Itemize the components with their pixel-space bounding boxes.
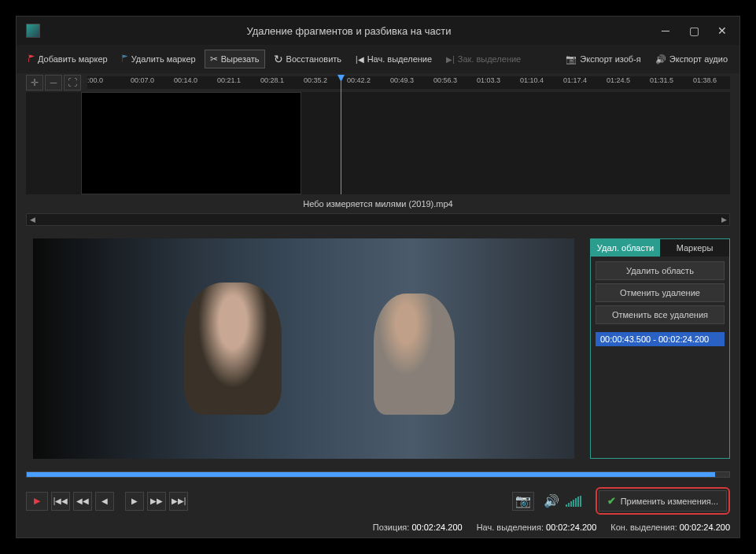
minimize-button[interactable]: ─ [658,23,673,39]
apply-changes-button[interactable]: ✔ Применить изменения... [599,490,727,512]
step-forward-button[interactable]: ▶ [125,492,144,511]
timeline-controls: ✛ ─ ⛶ :00.0 00:07.0 00:14.0 00:21.1 00:2… [17,73,739,92]
restore-icon [274,53,283,65]
tab-markers[interactable]: Маркеры [660,239,729,257]
timeline-ruler[interactable]: :00.0 00:07.0 00:14.0 00:21.1 00:28.1 00… [87,76,730,89]
selection-start-button[interactable]: Нач. выделение [350,50,437,68]
flag-blue-icon [122,54,128,64]
scissors-icon [210,54,218,65]
tab-deleted-regions[interactable]: Удал. области [591,239,660,257]
timeline-track[interactable] [26,92,730,194]
export-image-button[interactable]: Экспорт изоб-я [560,50,647,68]
close-button[interactable]: ✕ [714,23,730,39]
status-sel-end: Кон. выделения: 00:02:24.200 [610,523,730,532]
zoom-out-button[interactable]: ─ [45,75,62,90]
status-sel-start: Нач. выделения: 00:02:24.200 [477,523,597,532]
add-marker-button[interactable]: Добавить маркер [23,50,113,68]
video-preview [33,238,574,459]
restore-button[interactable]: Восстановить [268,49,347,69]
rewind-button[interactable]: ◀◀ [73,492,92,511]
app-icon [26,24,40,38]
selection-end-button[interactable]: Зак. выделение [441,50,526,68]
region-item[interactable]: 00:00:43.500 - 00:02:24.200 [596,332,725,346]
delete-region-button[interactable]: Удалить область [596,261,725,280]
selection-start-icon [356,54,364,64]
selection-end-icon [446,54,455,64]
timeline-scrollbar[interactable]: ◀ ▶ [26,213,730,226]
export-audio-icon [655,54,666,65]
app-window: Удаление фрагментов и разбивка на части … [16,16,740,538]
undo-all-button[interactable]: Отменить все удаления [596,305,725,324]
check-icon: ✔ [607,495,616,507]
snapshot-button[interactable]: 📷 [512,492,534,511]
undo-delete-button[interactable]: Отменить удаление [596,283,725,302]
zoom-fit-button[interactable]: ⛶ [64,75,81,90]
export-image-icon [566,54,577,65]
video-clip[interactable] [81,92,301,194]
status-bar: Позиция: 00:02:24.200 Нач. выделения: 00… [17,518,739,538]
playhead[interactable] [341,79,341,194]
flag-red-icon [28,54,35,64]
side-panel: Удал. области Маркеры Удалить область От… [590,238,730,459]
cut-button[interactable]: Вырезать [205,50,265,68]
maximize-button[interactable]: ▢ [686,23,702,39]
apply-highlight: ✔ Применить изменения... [596,487,730,515]
scroll-right-icon[interactable]: ▶ [718,214,729,225]
play-button[interactable]: ▶ [26,492,48,511]
region-list: 00:00:43.500 - 00:02:24.200 [591,332,729,346]
status-position: Позиция: 00:02:24.200 [373,523,463,532]
window-title: Удаление фрагментов и разбивка на части [40,25,658,37]
skip-start-button[interactable]: |◀◀ [51,492,70,511]
delete-marker-button[interactable]: Удалить маркер [116,50,201,68]
scroll-left-icon[interactable]: ◀ [27,214,38,225]
title-bar: Удаление фрагментов и разбивка на части … [17,17,739,45]
clip-filename: Небо измеряется милями (2019).mp4 [17,199,739,209]
fast-forward-button[interactable]: ▶▶ [147,492,166,511]
export-audio-button[interactable]: Экспорт аудио [650,50,733,68]
seek-bar[interactable] [26,471,730,478]
skip-end-button[interactable]: ▶▶| [169,492,188,511]
playback-controls: ▶ |◀◀ ◀◀ ◀ ▶ ▶▶ ▶▶| 📷 🔊 ✔ Применить изме… [17,484,739,518]
volume-icon[interactable]: 🔊 [544,493,559,508]
toolbar: Добавить маркер Удалить маркер Вырезать … [17,45,739,73]
zoom-in-button[interactable]: ✛ [26,75,43,90]
volume-slider[interactable] [566,496,581,507]
step-back-button[interactable]: ◀ [95,492,114,511]
